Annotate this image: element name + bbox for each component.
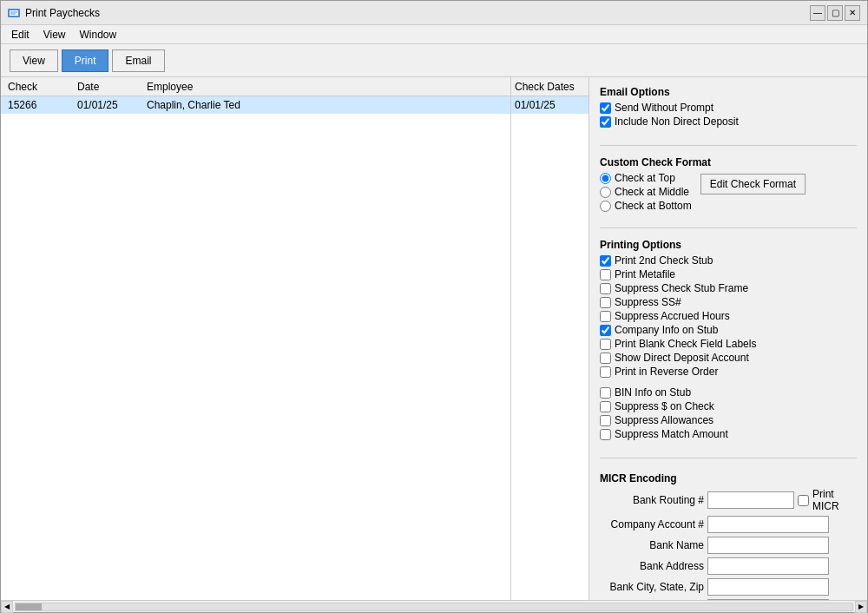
include-non-direct-checkbox[interactable] [600, 116, 611, 128]
bank-routing-label: Bank Routing # [600, 494, 704, 506]
check-at-top-radio[interactable] [600, 173, 611, 184]
toolbar: View Print Email [1, 44, 867, 77]
menu-view[interactable]: View [36, 27, 73, 43]
print-2nd-check-stub-label: Print 2nd Check Stub [615, 254, 713, 267]
view-button[interactable]: View [10, 49, 58, 72]
suppress-accrued-hours-label: Suppress Accrued Hours [615, 310, 730, 322]
check-at-middle-label: Check at Middle [615, 186, 689, 198]
company-account-label: Company Account # [600, 518, 704, 531]
bank-name-input[interactable] [707, 537, 829, 554]
print-in-reverse-order-checkbox[interactable] [600, 366, 611, 378]
suppress-ss-label: Suppress SS# [615, 296, 681, 308]
format-row: Check at Top Check at Middle Check at Bo… [600, 172, 857, 212]
minimize-button[interactable]: — [810, 5, 825, 21]
left-panel: Check Date Employee 15266 01/01/25 Chapl… [1, 77, 511, 600]
print-blank-check-field-labels-row: Print Blank Check Field Labels [600, 338, 857, 350]
check-date-row[interactable]: 01/01/25 [511, 96, 589, 114]
print-in-reverse-order-label: Print in Reverse Order [615, 366, 718, 378]
show-direct-deposit-account-label: Show Direct Deposit Account [615, 352, 749, 364]
bank-address-input[interactable] [707, 557, 829, 575]
bank-address-label: Bank Address [600, 560, 704, 572]
svg-rect-1 [10, 10, 18, 16]
printing-options-title: Printing Options [600, 239, 857, 251]
suppress-check-stub-frame-row: Suppress Check Stub Frame [600, 282, 857, 294]
print-micr-row: Print MICR [798, 488, 857, 512]
send-without-prompt-checkbox[interactable] [600, 102, 611, 114]
send-without-prompt-row: Send Without Prompt [600, 102, 857, 114]
title-bar: Print Paychecks — ▢ ✕ [1, 1, 867, 25]
table-row[interactable]: 15266 01/01/25 Chaplin, Charlie Ted [1, 96, 510, 114]
suppress-match-amount-label: Suppress Match Amount [615, 428, 728, 440]
bin-info-on-stub-label: BIN Info on Stub [615, 386, 691, 399]
bank-city-state-zip-input[interactable] [707, 578, 829, 596]
print-metafile-label: Print Metafile [615, 268, 675, 280]
svg-rect-2 [10, 11, 17, 12]
svg-rect-3 [10, 13, 16, 14]
scroll-right-button[interactable]: ▶ [855, 601, 867, 613]
print-micr-checkbox[interactable] [798, 495, 809, 506]
suppress-dollar-on-check-row: Suppress $ on Check [600, 400, 857, 412]
suppress-ss-row: Suppress SS# [600, 296, 857, 308]
check-at-bottom-radio[interactable] [600, 201, 611, 212]
company-info-on-stub-checkbox[interactable] [600, 325, 611, 336]
bottom-scrollbar: ◀ ▶ [1, 600, 867, 612]
print-in-reverse-order-row: Print in Reverse Order [600, 366, 857, 378]
email-button[interactable]: Email [112, 49, 164, 72]
app-icon [8, 7, 20, 19]
bank-address-row: Bank Address [600, 557, 857, 575]
custom-check-format-title: Custom Check Format [600, 156, 857, 168]
bank-name-row: Bank Name [600, 537, 857, 554]
suppress-accrued-hours-checkbox[interactable] [600, 311, 611, 322]
show-direct-deposit-account-checkbox[interactable] [600, 353, 611, 364]
send-without-prompt-label: Send Without Prompt [615, 102, 713, 114]
check-at-middle-row: Check at Middle [600, 186, 692, 198]
suppress-allowances-checkbox[interactable] [600, 415, 611, 426]
show-direct-deposit-account-row: Show Direct Deposit Account [600, 352, 857, 364]
edit-check-format-button[interactable]: Edit Check Format [700, 174, 806, 194]
bin-info-on-stub-checkbox[interactable] [600, 387, 611, 399]
col-header-check: Check [1, 81, 70, 93]
divider-1 [600, 145, 857, 146]
cell-employee: Chaplin, Charlie Ted [140, 99, 510, 111]
check-at-top-row: Check at Top [600, 172, 692, 184]
custom-check-format-section: Custom Check Format Check at Top Check a… [600, 156, 857, 212]
suppress-ss-checkbox[interactable] [600, 297, 611, 308]
check-position-radio-group: Check at Top Check at Middle Check at Bo… [600, 172, 692, 212]
suppress-check-stub-frame-checkbox[interactable] [600, 283, 611, 294]
print-button[interactable]: Print [62, 49, 109, 72]
scrollbar-track[interactable] [15, 603, 853, 611]
menu-window[interactable]: Window [72, 27, 123, 43]
include-non-direct-row: Include Non Direct Deposit [600, 115, 857, 128]
maximize-button[interactable]: ▢ [827, 5, 843, 21]
suppress-match-amount-checkbox[interactable] [600, 429, 611, 440]
company-info-on-stub-row: Company Info on Stub [600, 324, 857, 336]
suppress-dollar-on-check-checkbox[interactable] [600, 401, 611, 412]
check-at-top-label: Check at Top [615, 172, 675, 184]
close-button[interactable]: ✕ [845, 5, 860, 21]
company-account-input[interactable] [707, 516, 829, 533]
cell-check: 15266 [1, 99, 70, 111]
cell-date: 01/01/25 [70, 99, 140, 111]
print-metafile-row: Print Metafile [600, 268, 857, 280]
print-micr-label: Print MICR [812, 488, 857, 512]
suppress-allowances-row: Suppress Allowances [600, 414, 857, 426]
check-at-middle-radio[interactable] [600, 187, 611, 198]
print-2nd-check-stub-checkbox[interactable] [600, 255, 611, 267]
bin-info-on-stub-row: BIN Info on Stub [600, 386, 857, 399]
right-panel: Email Options Send Without Prompt Includ… [589, 77, 867, 600]
table-body: 15266 01/01/25 Chaplin, Charlie Ted [1, 96, 510, 600]
menu-edit[interactable]: Edit [4, 27, 36, 43]
scrollbar-thumb [16, 603, 42, 610]
scroll-left-button[interactable]: ◀ [1, 601, 13, 613]
check-dates-panel: Check Dates 01/01/25 [511, 77, 589, 600]
bank-name-label: Bank Name [600, 539, 704, 551]
suppress-dollar-on-check-label: Suppress $ on Check [615, 400, 714, 412]
print-blank-check-field-labels-checkbox[interactable] [600, 339, 611, 350]
divider-2 [600, 227, 857, 228]
suppress-match-amount-row: Suppress Match Amount [600, 428, 857, 440]
divider-3 [600, 458, 857, 458]
check-dates-body: 01/01/25 [511, 96, 589, 600]
bank-routing-input[interactable] [707, 491, 794, 509]
print-metafile-checkbox[interactable] [600, 269, 611, 280]
check-dates-header: Check Dates [511, 77, 589, 96]
